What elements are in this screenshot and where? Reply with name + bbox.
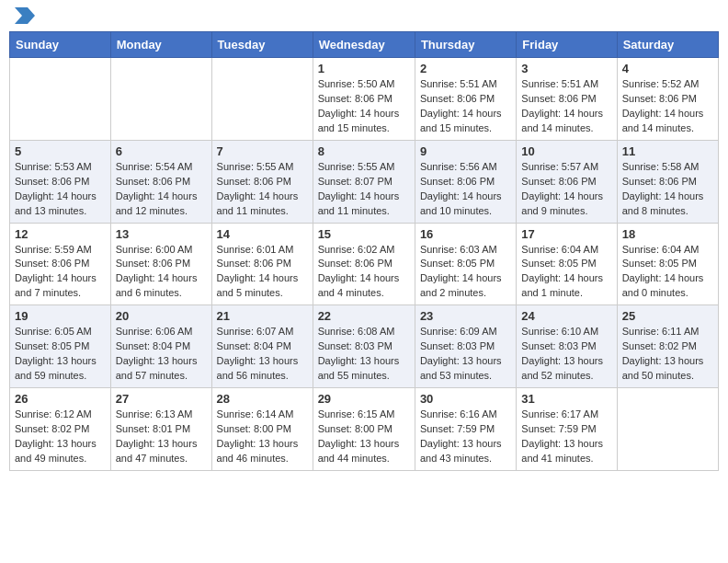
day-header-saturday: Saturday xyxy=(617,32,718,58)
day-cell: 14Sunrise: 6:01 AM Sunset: 8:06 PM Dayli… xyxy=(211,223,313,305)
day-header-thursday: Thursday xyxy=(415,32,516,58)
day-number: 11 xyxy=(622,144,713,158)
day-number: 12 xyxy=(15,227,106,241)
day-cell: 15Sunrise: 6:02 AM Sunset: 8:06 PM Dayli… xyxy=(313,223,415,305)
day-number: 25 xyxy=(622,309,713,323)
day-info: Sunrise: 6:10 AM Sunset: 8:03 PM Dayligh… xyxy=(521,325,611,384)
day-info: Sunrise: 6:16 AM Sunset: 7:59 PM Dayligh… xyxy=(420,408,511,466)
day-info: Sunrise: 6:15 AM Sunset: 8:00 PM Dayligh… xyxy=(318,408,410,466)
day-number: 31 xyxy=(521,392,611,406)
day-cell: 19Sunrise: 6:05 AM Sunset: 8:05 PM Dayli… xyxy=(10,305,111,388)
week-row-2: 5Sunrise: 5:53 AM Sunset: 8:06 PM Daylig… xyxy=(10,140,719,223)
day-number: 28 xyxy=(217,392,308,406)
day-cell: 18Sunrise: 6:04 AM Sunset: 8:05 PM Dayli… xyxy=(617,223,718,305)
week-row-5: 26Sunrise: 6:12 AM Sunset: 8:02 PM Dayli… xyxy=(10,388,719,471)
day-cell: 23Sunrise: 6:09 AM Sunset: 8:03 PM Dayli… xyxy=(415,305,516,388)
day-info: Sunrise: 5:58 AM Sunset: 8:06 PM Dayligh… xyxy=(622,160,713,219)
day-info: Sunrise: 5:54 AM Sunset: 8:06 PM Dayligh… xyxy=(116,160,207,219)
day-info: Sunrise: 6:08 AM Sunset: 8:03 PM Dayligh… xyxy=(318,325,410,384)
day-info: Sunrise: 6:02 AM Sunset: 8:06 PM Dayligh… xyxy=(318,243,410,302)
day-number: 3 xyxy=(521,62,611,75)
day-cell: 29Sunrise: 6:15 AM Sunset: 8:00 PM Dayli… xyxy=(313,388,415,471)
day-info: Sunrise: 6:06 AM Sunset: 8:04 PM Dayligh… xyxy=(116,325,207,384)
day-cell: 9Sunrise: 5:56 AM Sunset: 8:06 PM Daylig… xyxy=(415,140,516,223)
day-info: Sunrise: 5:59 AM Sunset: 8:06 PM Dayligh… xyxy=(15,243,106,302)
day-info: Sunrise: 6:12 AM Sunset: 8:02 PM Dayligh… xyxy=(15,408,106,466)
day-info: Sunrise: 5:51 AM Sunset: 8:06 PM Dayligh… xyxy=(420,77,511,136)
day-info: Sunrise: 5:53 AM Sunset: 8:06 PM Dayligh… xyxy=(15,160,106,219)
day-info: Sunrise: 6:05 AM Sunset: 8:05 PM Dayligh… xyxy=(15,325,106,384)
day-cell: 13Sunrise: 6:00 AM Sunset: 8:06 PM Dayli… xyxy=(110,223,211,305)
day-cell: 6Sunrise: 5:54 AM Sunset: 8:06 PM Daylig… xyxy=(110,140,211,223)
day-number: 23 xyxy=(420,309,511,323)
day-cell: 12Sunrise: 5:59 AM Sunset: 8:06 PM Dayli… xyxy=(10,223,111,305)
day-cell: 25Sunrise: 6:11 AM Sunset: 8:02 PM Dayli… xyxy=(617,305,718,388)
day-info: Sunrise: 6:07 AM Sunset: 8:04 PM Dayligh… xyxy=(217,325,308,384)
day-info: Sunrise: 5:55 AM Sunset: 8:07 PM Dayligh… xyxy=(318,160,410,219)
day-number: 16 xyxy=(420,227,511,241)
day-info: Sunrise: 6:13 AM Sunset: 8:01 PM Dayligh… xyxy=(116,408,207,466)
day-cell: 5Sunrise: 5:53 AM Sunset: 8:06 PM Daylig… xyxy=(10,140,111,223)
day-header-wednesday: Wednesday xyxy=(313,32,415,58)
day-info: Sunrise: 5:55 AM Sunset: 8:06 PM Dayligh… xyxy=(217,160,308,219)
page-header xyxy=(9,9,719,24)
day-cell: 11Sunrise: 5:58 AM Sunset: 8:06 PM Dayli… xyxy=(617,140,718,223)
day-number: 4 xyxy=(622,62,713,75)
day-cell: 4Sunrise: 5:52 AM Sunset: 8:06 PM Daylig… xyxy=(617,58,718,141)
day-info: Sunrise: 6:00 AM Sunset: 8:06 PM Dayligh… xyxy=(116,243,207,302)
svg-marker-0 xyxy=(15,7,35,24)
day-info: Sunrise: 6:09 AM Sunset: 8:03 PM Dayligh… xyxy=(420,325,511,384)
day-number: 9 xyxy=(420,144,511,158)
day-number: 2 xyxy=(420,62,511,75)
day-number: 5 xyxy=(15,144,106,158)
day-number: 15 xyxy=(318,227,410,241)
calendar-table: SundayMondayTuesdayWednesdayThursdayFrid… xyxy=(9,31,719,471)
day-number: 10 xyxy=(521,144,611,158)
day-cell: 10Sunrise: 5:57 AM Sunset: 8:06 PM Dayli… xyxy=(517,140,617,223)
day-cell: 28Sunrise: 6:14 AM Sunset: 8:00 PM Dayli… xyxy=(211,388,313,471)
day-number: 30 xyxy=(420,392,511,406)
day-info: Sunrise: 5:52 AM Sunset: 8:06 PM Dayligh… xyxy=(622,77,713,136)
day-cell: 22Sunrise: 6:08 AM Sunset: 8:03 PM Dayli… xyxy=(313,305,415,388)
day-number: 21 xyxy=(217,309,308,323)
logo xyxy=(13,9,35,24)
day-number: 14 xyxy=(217,227,308,241)
week-row-3: 12Sunrise: 5:59 AM Sunset: 8:06 PM Dayli… xyxy=(10,223,719,305)
day-cell: 1Sunrise: 5:50 AM Sunset: 8:06 PM Daylig… xyxy=(313,58,415,141)
day-number: 29 xyxy=(318,392,410,406)
day-cell: 17Sunrise: 6:04 AM Sunset: 8:05 PM Dayli… xyxy=(517,223,617,305)
week-row-1: 1Sunrise: 5:50 AM Sunset: 8:06 PM Daylig… xyxy=(10,58,719,141)
day-number: 20 xyxy=(116,309,207,323)
day-cell: 30Sunrise: 6:16 AM Sunset: 7:59 PM Dayli… xyxy=(415,388,516,471)
day-cell: 2Sunrise: 5:51 AM Sunset: 8:06 PM Daylig… xyxy=(415,58,516,141)
day-number: 27 xyxy=(116,392,207,406)
day-cell xyxy=(10,58,111,141)
day-info: Sunrise: 5:56 AM Sunset: 8:06 PM Dayligh… xyxy=(420,160,511,219)
day-cell: 7Sunrise: 5:55 AM Sunset: 8:06 PM Daylig… xyxy=(211,140,313,223)
day-cell: 20Sunrise: 6:06 AM Sunset: 8:04 PM Dayli… xyxy=(110,305,211,388)
day-info: Sunrise: 6:11 AM Sunset: 8:02 PM Dayligh… xyxy=(622,325,713,384)
day-info: Sunrise: 5:50 AM Sunset: 8:06 PM Dayligh… xyxy=(318,77,410,136)
day-cell: 26Sunrise: 6:12 AM Sunset: 8:02 PM Dayli… xyxy=(10,388,111,471)
day-info: Sunrise: 6:03 AM Sunset: 8:05 PM Dayligh… xyxy=(420,243,511,302)
day-cell: 21Sunrise: 6:07 AM Sunset: 8:04 PM Dayli… xyxy=(211,305,313,388)
week-row-4: 19Sunrise: 6:05 AM Sunset: 8:05 PM Dayli… xyxy=(10,305,719,388)
day-header-friday: Friday xyxy=(517,32,617,58)
day-info: Sunrise: 5:57 AM Sunset: 8:06 PM Dayligh… xyxy=(521,160,611,219)
header-row: SundayMondayTuesdayWednesdayThursdayFrid… xyxy=(10,32,719,58)
day-cell: 8Sunrise: 5:55 AM Sunset: 8:07 PM Daylig… xyxy=(313,140,415,223)
day-cell xyxy=(110,58,211,141)
day-number: 22 xyxy=(318,309,410,323)
day-cell xyxy=(617,388,718,471)
day-info: Sunrise: 6:04 AM Sunset: 8:05 PM Dayligh… xyxy=(521,243,611,302)
day-number: 24 xyxy=(521,309,611,323)
day-number: 18 xyxy=(622,227,713,241)
day-number: 19 xyxy=(15,309,106,323)
day-header-sunday: Sunday xyxy=(10,32,111,58)
day-number: 26 xyxy=(15,392,106,406)
day-number: 17 xyxy=(521,227,611,241)
day-cell xyxy=(211,58,313,141)
day-info: Sunrise: 5:51 AM Sunset: 8:06 PM Dayligh… xyxy=(521,77,611,136)
day-cell: 3Sunrise: 5:51 AM Sunset: 8:06 PM Daylig… xyxy=(517,58,617,141)
day-cell: 16Sunrise: 6:03 AM Sunset: 8:05 PM Dayli… xyxy=(415,223,516,305)
